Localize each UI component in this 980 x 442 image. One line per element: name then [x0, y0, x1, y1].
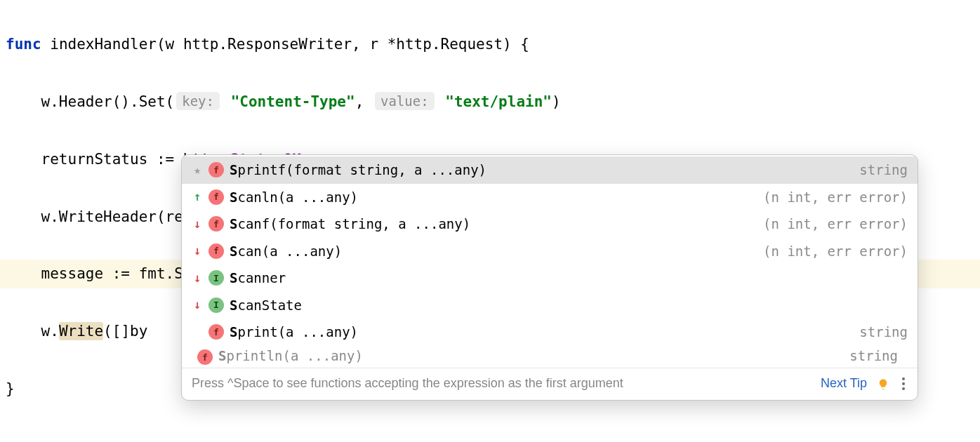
- expr: w.: [41, 323, 59, 340]
- autocomplete-item-label: Sprintf(format string, a ...any): [230, 160, 854, 180]
- expr: ([]by: [103, 323, 147, 340]
- func-name: indexHandler: [50, 36, 157, 53]
- autocomplete-list[interactable]: ★fSprintf(format string, a ...any)string…: [182, 155, 918, 346]
- lightbulb-icon[interactable]: [877, 377, 889, 390]
- autocomplete-item-return-type: string: [859, 322, 908, 342]
- code-line: func indexHandler(w http.ResponseWriter,…: [0, 30, 980, 59]
- param-hint-value: value:: [375, 92, 435, 110]
- arrow-up-icon: ↑: [192, 188, 203, 206]
- symbol-highlight: Write: [59, 322, 103, 340]
- autocomplete-item-return-type: (n int, err error): [763, 241, 908, 262]
- string-literal: "text/plain": [445, 93, 552, 110]
- arrow-down-icon: ↓: [192, 215, 203, 234]
- arrow-none-icon: •: [192, 323, 203, 342]
- autocomplete-truncated-item[interactable]: fSprintln(a ...any)string: [182, 346, 918, 368]
- blank-line: [0, 432, 980, 442]
- func-sig: (w http.ResponseWriter, r *http.Request)…: [157, 36, 529, 53]
- autocomplete-item-return-type: (n int, err error): [763, 214, 908, 234]
- autocomplete-item[interactable]: ↓fScan(a ...any)(n int, err error): [182, 238, 918, 265]
- autocomplete-item[interactable]: ↓IScanState: [182, 292, 918, 319]
- footer-hint-text: Press ^Space to see functions accepting …: [192, 374, 811, 393]
- next-tip-link[interactable]: Next Tip: [821, 374, 867, 393]
- expr: w.Header().Set(: [41, 93, 175, 110]
- interface-kind-badge: I: [208, 270, 224, 286]
- autocomplete-footer: Press ^Space to see functions accepting …: [182, 368, 918, 400]
- string-literal: "Content-Type": [231, 93, 355, 110]
- autocomplete-item[interactable]: ↓IScanner: [182, 264, 918, 292]
- relevance-star-icon: ★: [192, 161, 203, 180]
- autocomplete-item-label: Sprintln(a ...any): [218, 348, 363, 363]
- function-kind-badge: f: [208, 216, 224, 232]
- autocomplete-item-return-type: string: [849, 346, 908, 366]
- autocomplete-item[interactable]: ↓fScanf(format string, a ...any)(n int, …: [182, 210, 918, 238]
- autocomplete-item-label: Scan(a ...any): [230, 241, 757, 262]
- function-kind-badge: f: [197, 349, 213, 365]
- arrow-down-icon: ↓: [192, 269, 203, 288]
- code-line: w.Header().Set(key: "Content-Type", valu…: [0, 88, 980, 116]
- brace: }: [6, 380, 15, 397]
- autocomplete-item-label: ScanState: [230, 295, 902, 316]
- autocomplete-item-return-type: string: [859, 160, 908, 180]
- function-kind-badge: f: [208, 189, 224, 205]
- keyword-func: func: [6, 36, 41, 53]
- param-hint-key: key:: [176, 92, 220, 110]
- autocomplete-item-label: Scanner: [230, 268, 902, 288]
- autocomplete-item-return-type: (n int, err error): [763, 187, 908, 208]
- autocomplete-item-label: Sprint(a ...any): [230, 322, 854, 342]
- autocomplete-item-label: Scanf(format string, a ...any): [230, 214, 757, 234]
- function-kind-badge: f: [208, 243, 224, 259]
- autocomplete-item[interactable]: •fSprint(a ...any)string: [182, 319, 918, 346]
- interface-kind-badge: I: [208, 297, 224, 313]
- autocomplete-popup: ★fSprintf(format string, a ...any)string…: [181, 154, 918, 401]
- autocomplete-item[interactable]: ↑fScanln(a ...any)(n int, err error): [182, 184, 918, 211]
- autocomplete-item[interactable]: ★fSprintf(format string, a ...any)string: [182, 156, 918, 184]
- expr: message := fmt.S: [41, 265, 183, 282]
- arrow-down-icon: ↓: [192, 296, 203, 314]
- autocomplete-item-label: Scanln(a ...any): [230, 187, 757, 208]
- more-options-icon[interactable]: [899, 376, 908, 391]
- arrow-down-icon: ↓: [192, 242, 203, 260]
- function-kind-badge: f: [208, 162, 224, 178]
- function-kind-badge: f: [208, 324, 224, 340]
